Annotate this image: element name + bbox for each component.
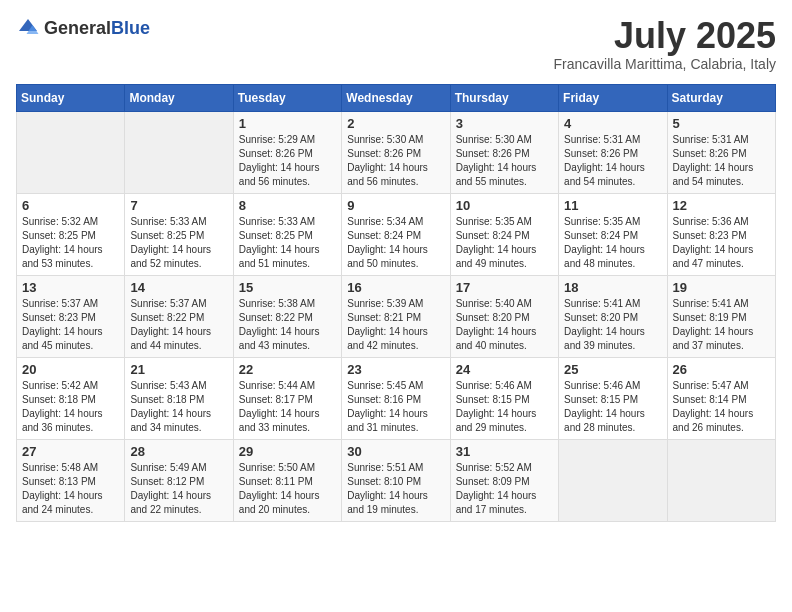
calendar-cell: 7Sunrise: 5:33 AM Sunset: 8:25 PM Daylig… (125, 193, 233, 275)
day-number: 13 (22, 280, 119, 295)
calendar-cell: 12Sunrise: 5:36 AM Sunset: 8:23 PM Dayli… (667, 193, 775, 275)
day-info: Sunrise: 5:50 AM Sunset: 8:11 PM Dayligh… (239, 461, 336, 517)
calendar-cell: 27Sunrise: 5:48 AM Sunset: 8:13 PM Dayli… (17, 439, 125, 521)
day-info: Sunrise: 5:39 AM Sunset: 8:21 PM Dayligh… (347, 297, 444, 353)
day-info: Sunrise: 5:35 AM Sunset: 8:24 PM Dayligh… (564, 215, 661, 271)
logo-blue: Blue (111, 18, 150, 38)
day-info: Sunrise: 5:52 AM Sunset: 8:09 PM Dayligh… (456, 461, 553, 517)
day-number: 17 (456, 280, 553, 295)
day-number: 11 (564, 198, 661, 213)
day-number: 24 (456, 362, 553, 377)
day-info: Sunrise: 5:37 AM Sunset: 8:23 PM Dayligh… (22, 297, 119, 353)
logo-icon (16, 16, 40, 40)
title-block: July 2025 Francavilla Marittima, Calabri… (553, 16, 776, 72)
day-number: 5 (673, 116, 770, 131)
calendar-cell: 31Sunrise: 5:52 AM Sunset: 8:09 PM Dayli… (450, 439, 558, 521)
day-info: Sunrise: 5:48 AM Sunset: 8:13 PM Dayligh… (22, 461, 119, 517)
page-header: GeneralBlue July 2025 Francavilla Maritt… (16, 16, 776, 72)
day-info: Sunrise: 5:41 AM Sunset: 8:19 PM Dayligh… (673, 297, 770, 353)
calendar-cell: 23Sunrise: 5:45 AM Sunset: 8:16 PM Dayli… (342, 357, 450, 439)
day-info: Sunrise: 5:43 AM Sunset: 8:18 PM Dayligh… (130, 379, 227, 435)
day-info: Sunrise: 5:46 AM Sunset: 8:15 PM Dayligh… (564, 379, 661, 435)
calendar-cell: 26Sunrise: 5:47 AM Sunset: 8:14 PM Dayli… (667, 357, 775, 439)
day-info: Sunrise: 5:49 AM Sunset: 8:12 PM Dayligh… (130, 461, 227, 517)
day-number: 27 (22, 444, 119, 459)
calendar-cell: 20Sunrise: 5:42 AM Sunset: 8:18 PM Dayli… (17, 357, 125, 439)
col-wednesday: Wednesday (342, 84, 450, 111)
calendar-cell: 2Sunrise: 5:30 AM Sunset: 8:26 PM Daylig… (342, 111, 450, 193)
day-info: Sunrise: 5:33 AM Sunset: 8:25 PM Dayligh… (130, 215, 227, 271)
calendar-cell (667, 439, 775, 521)
calendar-cell: 19Sunrise: 5:41 AM Sunset: 8:19 PM Dayli… (667, 275, 775, 357)
day-number: 20 (22, 362, 119, 377)
day-number: 8 (239, 198, 336, 213)
day-number: 26 (673, 362, 770, 377)
day-info: Sunrise: 5:31 AM Sunset: 8:26 PM Dayligh… (564, 133, 661, 189)
day-info: Sunrise: 5:46 AM Sunset: 8:15 PM Dayligh… (456, 379, 553, 435)
day-info: Sunrise: 5:36 AM Sunset: 8:23 PM Dayligh… (673, 215, 770, 271)
day-info: Sunrise: 5:44 AM Sunset: 8:17 PM Dayligh… (239, 379, 336, 435)
day-number: 9 (347, 198, 444, 213)
calendar-cell: 24Sunrise: 5:46 AM Sunset: 8:15 PM Dayli… (450, 357, 558, 439)
day-info: Sunrise: 5:37 AM Sunset: 8:22 PM Dayligh… (130, 297, 227, 353)
day-info: Sunrise: 5:40 AM Sunset: 8:20 PM Dayligh… (456, 297, 553, 353)
day-info: Sunrise: 5:41 AM Sunset: 8:20 PM Dayligh… (564, 297, 661, 353)
day-number: 6 (22, 198, 119, 213)
day-info: Sunrise: 5:35 AM Sunset: 8:24 PM Dayligh… (456, 215, 553, 271)
day-info: Sunrise: 5:33 AM Sunset: 8:25 PM Dayligh… (239, 215, 336, 271)
day-info: Sunrise: 5:45 AM Sunset: 8:16 PM Dayligh… (347, 379, 444, 435)
day-info: Sunrise: 5:47 AM Sunset: 8:14 PM Dayligh… (673, 379, 770, 435)
day-number: 28 (130, 444, 227, 459)
day-number: 22 (239, 362, 336, 377)
day-number: 10 (456, 198, 553, 213)
calendar-cell: 11Sunrise: 5:35 AM Sunset: 8:24 PM Dayli… (559, 193, 667, 275)
logo-general: General (44, 18, 111, 38)
calendar-week-3: 13Sunrise: 5:37 AM Sunset: 8:23 PM Dayli… (17, 275, 776, 357)
col-tuesday: Tuesday (233, 84, 341, 111)
calendar-body: 1Sunrise: 5:29 AM Sunset: 8:26 PM Daylig… (17, 111, 776, 521)
month-title: July 2025 (553, 16, 776, 56)
calendar-cell: 16Sunrise: 5:39 AM Sunset: 8:21 PM Dayli… (342, 275, 450, 357)
calendar-cell: 6Sunrise: 5:32 AM Sunset: 8:25 PM Daylig… (17, 193, 125, 275)
calendar-cell: 9Sunrise: 5:34 AM Sunset: 8:24 PM Daylig… (342, 193, 450, 275)
day-info: Sunrise: 5:34 AM Sunset: 8:24 PM Dayligh… (347, 215, 444, 271)
day-number: 18 (564, 280, 661, 295)
day-info: Sunrise: 5:38 AM Sunset: 8:22 PM Dayligh… (239, 297, 336, 353)
day-number: 23 (347, 362, 444, 377)
day-number: 2 (347, 116, 444, 131)
day-number: 12 (673, 198, 770, 213)
calendar-cell: 15Sunrise: 5:38 AM Sunset: 8:22 PM Dayli… (233, 275, 341, 357)
day-number: 15 (239, 280, 336, 295)
calendar-cell (125, 111, 233, 193)
calendar-cell: 28Sunrise: 5:49 AM Sunset: 8:12 PM Dayli… (125, 439, 233, 521)
col-friday: Friday (559, 84, 667, 111)
calendar-header: Sunday Monday Tuesday Wednesday Thursday… (17, 84, 776, 111)
calendar-cell: 13Sunrise: 5:37 AM Sunset: 8:23 PM Dayli… (17, 275, 125, 357)
day-number: 1 (239, 116, 336, 131)
day-info: Sunrise: 5:51 AM Sunset: 8:10 PM Dayligh… (347, 461, 444, 517)
calendar-cell: 18Sunrise: 5:41 AM Sunset: 8:20 PM Dayli… (559, 275, 667, 357)
calendar-week-2: 6Sunrise: 5:32 AM Sunset: 8:25 PM Daylig… (17, 193, 776, 275)
calendar-cell: 17Sunrise: 5:40 AM Sunset: 8:20 PM Dayli… (450, 275, 558, 357)
day-info: Sunrise: 5:30 AM Sunset: 8:26 PM Dayligh… (347, 133, 444, 189)
calendar-cell (559, 439, 667, 521)
calendar-cell: 22Sunrise: 5:44 AM Sunset: 8:17 PM Dayli… (233, 357, 341, 439)
col-monday: Monday (125, 84, 233, 111)
calendar-table: Sunday Monday Tuesday Wednesday Thursday… (16, 84, 776, 522)
day-number: 25 (564, 362, 661, 377)
location-subtitle: Francavilla Marittima, Calabria, Italy (553, 56, 776, 72)
calendar-cell: 10Sunrise: 5:35 AM Sunset: 8:24 PM Dayli… (450, 193, 558, 275)
day-number: 19 (673, 280, 770, 295)
logo: GeneralBlue (16, 16, 150, 40)
day-info: Sunrise: 5:42 AM Sunset: 8:18 PM Dayligh… (22, 379, 119, 435)
calendar-week-5: 27Sunrise: 5:48 AM Sunset: 8:13 PM Dayli… (17, 439, 776, 521)
day-number: 31 (456, 444, 553, 459)
calendar-cell: 14Sunrise: 5:37 AM Sunset: 8:22 PM Dayli… (125, 275, 233, 357)
day-info: Sunrise: 5:31 AM Sunset: 8:26 PM Dayligh… (673, 133, 770, 189)
calendar-cell (17, 111, 125, 193)
calendar-cell: 25Sunrise: 5:46 AM Sunset: 8:15 PM Dayli… (559, 357, 667, 439)
day-number: 16 (347, 280, 444, 295)
calendar-cell: 4Sunrise: 5:31 AM Sunset: 8:26 PM Daylig… (559, 111, 667, 193)
calendar-cell: 21Sunrise: 5:43 AM Sunset: 8:18 PM Dayli… (125, 357, 233, 439)
calendar-cell: 5Sunrise: 5:31 AM Sunset: 8:26 PM Daylig… (667, 111, 775, 193)
